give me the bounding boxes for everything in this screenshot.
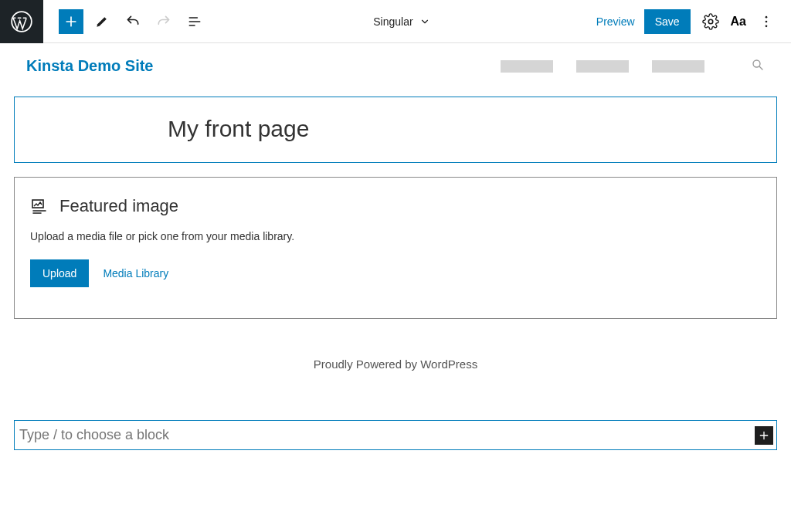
template-selector[interactable]: Singular [207,15,596,28]
pencil-icon [94,14,110,29]
svg-point-1 [766,15,768,18]
redo-button[interactable] [151,9,176,34]
search-button[interactable] [751,58,765,75]
svg-point-4 [753,60,760,67]
footer-credit: Proudly Powered by WordPress [0,357,791,371]
featured-image-heading: Featured image [59,196,178,216]
list-view-icon [187,14,202,29]
editor-top-toolbar: Singular Preview Save Aa [0,0,791,43]
svg-point-3 [766,25,768,27]
undo-button[interactable] [121,9,145,34]
featured-image-header: Featured image [30,196,761,216]
block-type-input[interactable] [16,422,755,448]
more-options-button[interactable] [755,11,777,32]
site-header: Kinsta Demo Site [0,43,791,89]
featured-image-block[interactable]: Featured image Upload a media file or pi… [14,177,777,319]
save-button[interactable]: Save [644,9,691,34]
settings-button[interactable] [700,11,721,32]
redo-icon [156,14,171,29]
toolbar-right-group: Preview Save Aa [596,9,791,34]
template-name: Singular [373,15,412,28]
featured-image-description: Upload a media file or pick one from you… [30,230,761,242]
list-view-button[interactable] [182,9,207,34]
site-title[interactable]: Kinsta Demo Site [26,57,153,75]
inline-add-block-button[interactable] [755,426,773,445]
gear-icon [702,13,719,30]
edit-mode-button[interactable] [90,9,114,34]
preview-link[interactable]: Preview [596,15,635,28]
plus-icon [758,429,770,442]
nav-menu [501,58,765,75]
page-title-block[interactable]: My front page [14,97,777,163]
media-library-link[interactable]: Media Library [103,267,168,280]
page-title[interactable]: My front page [15,116,776,142]
nav-placeholder[interactable] [501,60,553,73]
upload-button[interactable]: Upload [30,259,89,287]
featured-image-icon [30,197,49,215]
add-block-button[interactable] [59,9,83,34]
chevron-down-icon [419,16,430,27]
undo-icon [125,14,141,29]
toolbar-left-group [43,9,207,34]
nav-placeholder[interactable] [576,60,629,73]
plus-icon [63,14,79,29]
nav-placeholder[interactable] [652,60,704,73]
wordpress-icon [11,11,32,32]
block-inserter[interactable] [14,420,777,450]
typography-button[interactable]: Aa [731,15,746,29]
svg-point-2 [766,20,768,22]
wordpress-logo[interactable] [0,0,43,43]
search-icon [751,58,765,72]
featured-image-actions: Upload Media Library [30,259,761,287]
kebab-icon [759,14,774,29]
